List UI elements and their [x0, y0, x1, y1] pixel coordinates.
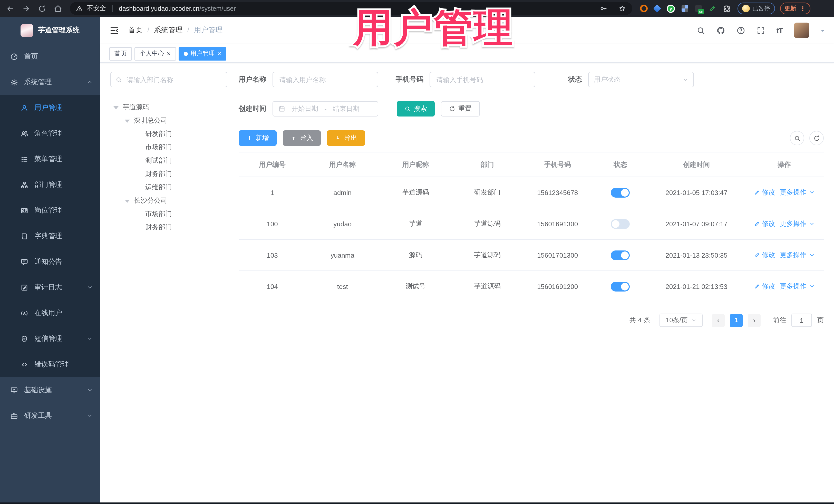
tree-node[interactable]: 深圳总公司: [110, 114, 227, 127]
sidebar-item-error-code[interactable]: 错误码管理: [0, 352, 100, 377]
mobile-input[interactable]: [435, 75, 530, 84]
more-actions-link[interactable]: 更多操作: [780, 282, 815, 291]
tree-node[interactable]: 财务部门: [110, 221, 227, 234]
grid-extension-icon[interactable]: [682, 5, 688, 12]
sidebar-fold-icon[interactable]: [109, 25, 119, 35]
status-toggle[interactable]: [611, 250, 630, 260]
status-toggle[interactable]: [611, 188, 630, 197]
browser-update-button[interactable]: 更新: [780, 3, 810, 14]
screen: 不安全 dashboard.yudao.iocoder.cn/system/us…: [0, 0, 834, 504]
app-logo[interactable]: 芋道管理系统: [0, 17, 100, 44]
reload-icon[interactable]: [38, 4, 46, 13]
caret-down-icon[interactable]: [125, 119, 134, 123]
dept-search-input[interactable]: [126, 75, 222, 84]
puzzle-extensions-icon[interactable]: [723, 5, 730, 12]
sidebar-item-dict-mgmt[interactable]: 字典管理: [0, 223, 100, 249]
sidebar-item-dev-tools[interactable]: 研发工具: [0, 403, 100, 429]
toggle-search-button[interactable]: [790, 131, 804, 145]
sidebar-item-home[interactable]: 首页: [0, 44, 100, 69]
status-toggle[interactable]: [611, 219, 630, 229]
current-page[interactable]: 1: [730, 314, 743, 327]
tree-node[interactable]: 运维部门: [110, 181, 227, 194]
goto-page-input[interactable]: [791, 313, 812, 327]
sidebar-item-user-mgmt[interactable]: 用户管理: [0, 95, 100, 120]
edit-user-link[interactable]: 修改: [754, 282, 775, 291]
search-icon[interactable]: [697, 26, 705, 35]
avatar-caret-icon[interactable]: [821, 30, 825, 34]
tree-node[interactable]: 长沙分公司: [110, 194, 227, 207]
prev-page-button[interactable]: [712, 314, 725, 327]
forward-icon[interactable]: [22, 4, 30, 13]
import-button[interactable]: 导入: [283, 130, 321, 146]
chevron-down-icon: [809, 283, 815, 289]
search-icon: [115, 76, 122, 83]
add-user-button[interactable]: 新增: [239, 130, 277, 146]
page-size-select[interactable]: 10条/页: [659, 313, 703, 327]
close-icon[interactable]: [167, 50, 171, 57]
pagination: 共 4 条 10条/页 1 前往 页: [239, 313, 824, 327]
export-button[interactable]: 导出: [327, 130, 365, 146]
created-time-cell: 2021-01-07 09:07:17: [648, 220, 745, 227]
on-badge-extension-icon[interactable]: [695, 5, 702, 12]
tree-node[interactable]: 研发部门: [110, 127, 227, 140]
font-size-icon[interactable]: tT: [776, 26, 783, 35]
sidebar-item-audit-log[interactable]: 审计日志: [0, 275, 100, 300]
home-icon[interactable]: [54, 4, 62, 13]
edit-user-link[interactable]: 修改: [754, 219, 775, 228]
more-actions-link[interactable]: 更多操作: [780, 188, 815, 197]
password-key-icon[interactable]: [599, 5, 607, 12]
sidebar-item-notice[interactable]: 通知公告: [0, 249, 100, 275]
next-page-button[interactable]: [748, 314, 761, 327]
tab-user-mgmt[interactable]: 用户管理: [178, 47, 226, 60]
breadcrumb-item[interactable]: 首页: [128, 26, 143, 35]
green-y-extension-icon[interactable]: [667, 4, 675, 13]
edit-user-link[interactable]: 修改: [754, 188, 775, 197]
sidebar-item-sms-mgmt[interactable]: 短信管理: [0, 326, 100, 352]
warning-icon[interactable]: [76, 5, 83, 12]
sidebar-item-infrastructure[interactable]: 基础设施: [0, 377, 100, 403]
reset-button[interactable]: 重置: [441, 101, 480, 116]
tree-node[interactable]: 测试部门: [110, 154, 227, 167]
tree-node[interactable]: 财务部门: [110, 167, 227, 181]
orange-ring-extension-icon[interactable]: [640, 5, 648, 12]
caret-down-icon[interactable]: [113, 106, 123, 109]
caret-down-icon[interactable]: [125, 199, 134, 202]
download-icon: [335, 135, 341, 141]
blue-gem-extension-icon[interactable]: [653, 4, 661, 12]
sidebar-menu: 首页 系统管理 用户管理 角色管理 菜单管理 部门管理 岗位管理 字典管理 通知…: [0, 44, 100, 504]
sidebar-item-role-mgmt[interactable]: 角色管理: [0, 120, 100, 146]
tab-profile[interactable]: 个人中心: [134, 47, 176, 60]
tree-node[interactable]: 芋道源码: [110, 101, 227, 114]
sidebar-item-dept-mgmt[interactable]: 部门管理: [0, 172, 100, 198]
sidebar-item-menu-mgmt[interactable]: 菜单管理: [0, 146, 100, 172]
github-icon[interactable]: [717, 26, 725, 35]
browser-menu-icon[interactable]: [800, 5, 806, 12]
breadcrumb-item[interactable]: 系统管理: [143, 26, 183, 35]
more-actions-link[interactable]: 更多操作: [780, 219, 815, 228]
edit-user-link[interactable]: 修改: [754, 250, 775, 260]
date-range-picker[interactable]: 开始日期 - 结束日期: [272, 101, 378, 116]
tree-node[interactable]: 市场部门: [110, 207, 227, 221]
sidebar-item-system[interactable]: 系统管理: [0, 69, 100, 95]
sidebar-item-online-users[interactable]: 在线用户: [0, 300, 100, 326]
more-actions-link[interactable]: 更多操作: [780, 250, 815, 260]
status-toggle[interactable]: [611, 282, 630, 291]
refresh-table-button[interactable]: [809, 131, 824, 145]
back-icon[interactable]: [6, 4, 14, 13]
tab-home[interactable]: 首页: [109, 47, 132, 60]
bookmark-star-icon[interactable]: [618, 5, 626, 12]
refresh-icon: [449, 106, 455, 112]
green-pen-extension-icon[interactable]: [709, 5, 716, 12]
status-select[interactable]: 用户状态: [588, 72, 694, 87]
help-icon[interactable]: [737, 26, 745, 35]
window-bottom-edge: [0, 502, 834, 504]
search-button[interactable]: 搜索: [397, 101, 435, 116]
profile-paused-badge[interactable]: 已暂停: [738, 3, 775, 14]
close-icon[interactable]: [217, 50, 221, 57]
user-avatar[interactable]: [794, 23, 809, 38]
username-input[interactable]: [278, 75, 373, 84]
edit-log-icon: [21, 284, 28, 291]
tree-node[interactable]: 市场部门: [110, 140, 227, 154]
sidebar-item-post-mgmt[interactable]: 岗位管理: [0, 198, 100, 223]
fullscreen-icon[interactable]: [756, 26, 765, 35]
